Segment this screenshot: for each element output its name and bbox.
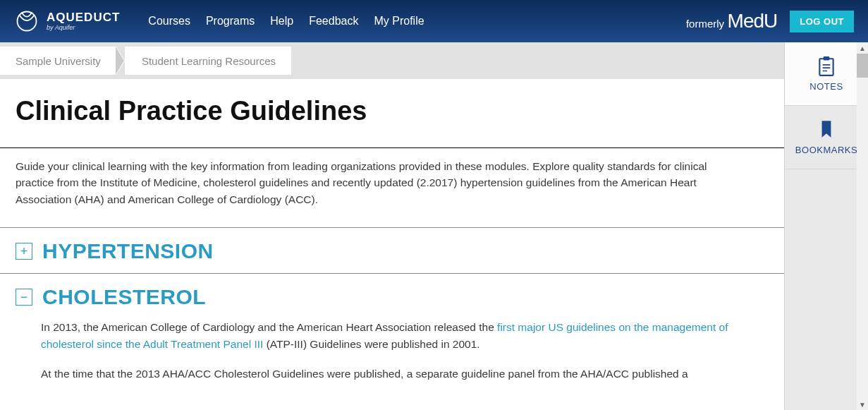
main-nav: Courses Programs Help Feedback My Profil… — [148, 15, 424, 28]
scroll-up-arrow-icon[interactable]: ▲ — [857, 42, 868, 54]
logout-button[interactable]: LOG OUT — [790, 11, 854, 32]
breadcrumb: Sample University Student Learning Resou… — [0, 42, 784, 79]
main-content: Sample University Student Learning Resou… — [0, 42, 784, 410]
sidebar-label: BOOKMARKS — [795, 145, 857, 155]
right-sidebar: NOTES BOOKMARKS — [784, 42, 868, 410]
svg-rect-2 — [824, 56, 830, 60]
clipboard-icon — [817, 56, 836, 77]
section-title: HYPERTENSION — [42, 239, 214, 263]
formerly-label: formerly MedU — [686, 10, 777, 32]
logo-subtitle: by Aquifer — [47, 25, 120, 31]
bookmark-icon — [817, 119, 836, 140]
section-header-hypertension[interactable]: + HYPERTENSION — [0, 227, 784, 273]
sidebar-bookmarks[interactable]: BOOKMARKS — [785, 106, 868, 169]
breadcrumb-item-2[interactable]: Student Learning Resources — [125, 47, 291, 75]
scroll-down-arrow-icon[interactable]: ▼ — [857, 399, 868, 410]
scrollbar-track[interactable] — [857, 42, 868, 410]
nav-help[interactable]: Help — [270, 15, 293, 28]
scrollbar-thumb[interactable] — [857, 54, 868, 78]
breadcrumb-separator-icon — [116, 47, 125, 75]
logo[interactable]: AQUEDUCT by Aquifer — [14, 8, 120, 34]
section-title: CHOLESTEROL — [42, 285, 206, 309]
nav-feedback[interactable]: Feedback — [309, 15, 358, 28]
nav-courses[interactable]: Courses — [148, 15, 190, 28]
sidebar-label: NOTES — [809, 81, 843, 92]
nav-my-profile[interactable]: My Profile — [374, 15, 424, 28]
section-body-cholesterol: In 2013, the American College of Cardiol… — [0, 319, 762, 409]
collapse-icon[interactable]: − — [16, 289, 32, 306]
top-nav-bar: AQUEDUCT by Aquifer Courses Programs Hel… — [0, 0, 868, 42]
svg-rect-1 — [819, 59, 833, 76]
section-header-cholesterol[interactable]: − CHOLESTEROL — [0, 273, 784, 319]
nav-programs[interactable]: Programs — [206, 15, 255, 28]
sidebar-notes[interactable]: NOTES — [785, 42, 868, 106]
expand-icon[interactable]: + — [16, 243, 32, 260]
intro-text: Guide your clinical learning with the ke… — [0, 148, 762, 227]
logo-title: AQUEDUCT — [47, 11, 120, 23]
aqueduct-logo-icon — [14, 8, 39, 34]
page-title: Clinical Practice Guidelines — [0, 79, 784, 147]
breadcrumb-item-1[interactable]: Sample University — [0, 47, 116, 75]
